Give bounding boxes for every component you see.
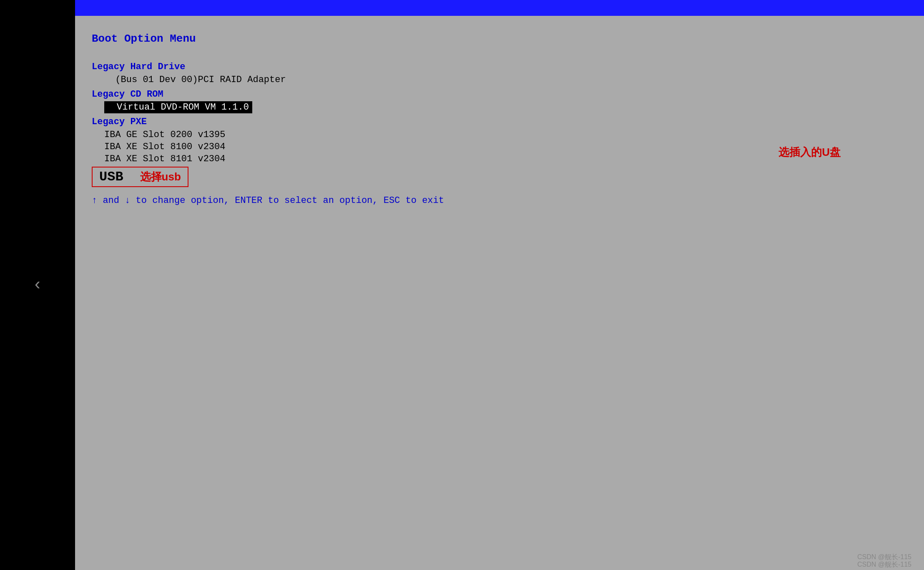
bios-title: Boot Option Menu	[92, 32, 907, 45]
section-legacy-hard-drive: Legacy Hard Drive	[92, 62, 907, 72]
usb-box[interactable]: USB 选择usb	[92, 167, 188, 187]
usb-annotation: 选择usb	[140, 170, 181, 184]
menu-item-iba-ge[interactable]: IBA GE Slot 0200 v1395	[92, 129, 907, 141]
arrow-left-icon[interactable]: ‹	[33, 276, 43, 295]
status-bar: ↑ and ↓ to change option, ENTER to selec…	[92, 195, 907, 206]
main-screen: Boot Option Menu Legacy Hard Drive (Bus …	[75, 0, 924, 570]
usb-label: USB	[99, 169, 123, 185]
blue-bar	[75, 0, 924, 16]
watermark2: CSDN @舰长-115	[857, 560, 911, 569]
menu-item-dvd-rom-wrapper[interactable]: Virtual DVD-ROM VM 1.1.0	[92, 101, 907, 113]
bios-content: Boot Option Menu Legacy Hard Drive (Bus …	[75, 16, 924, 570]
right-annotation: 选插入的U盘	[778, 145, 841, 160]
usb-row[interactable]: USB 选择usb	[92, 167, 907, 187]
menu-item-dvd-rom[interactable]: Virtual DVD-ROM VM 1.1.0	[104, 101, 252, 113]
menu-item-pci-raid[interactable]: (Bus 01 Dev 00)PCI RAID Adapter	[92, 74, 907, 86]
section-legacy-pxe: Legacy PXE	[92, 117, 907, 127]
left-panel: ‹	[0, 0, 75, 570]
section-legacy-cd-rom: Legacy CD ROM	[92, 89, 907, 100]
